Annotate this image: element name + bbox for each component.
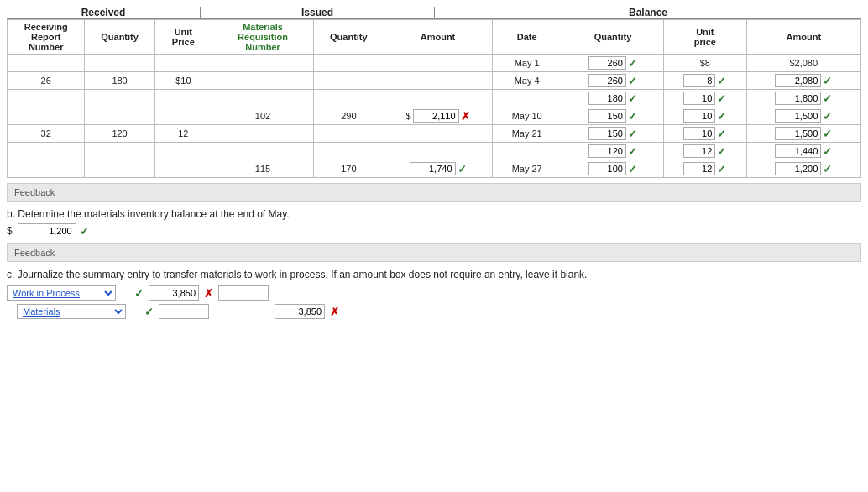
journal-row-2: Materials ✓ ✗: [7, 304, 861, 319]
bal-amount-check: ✓: [823, 145, 832, 158]
iss-amount-cell: [384, 55, 492, 72]
iss-amount-cell[interactable]: ✓: [384, 160, 492, 178]
bal-amount-check: ✓: [823, 128, 832, 140]
journal-debit-2[interactable]: [159, 304, 209, 319]
bal-price-check: ✓: [717, 145, 726, 158]
bal-qty-cell[interactable]: ✓: [562, 90, 663, 107]
iss-qty-cell: [314, 90, 384, 107]
bal-qty-cell[interactable]: ✓: [562, 125, 663, 143]
part-b-input[interactable]: [18, 223, 76, 238]
bal-amount-cell[interactable]: ✓: [746, 107, 860, 125]
bal-qty-cell[interactable]: ✓: [562, 160, 663, 178]
bal-price-input[interactable]: [683, 74, 715, 87]
bal-qty-check: ✓: [628, 57, 637, 70]
mat-req-cell: 102: [212, 107, 313, 125]
bal-price-input[interactable]: [683, 144, 715, 158]
bal-qty-check: ✓: [628, 145, 637, 158]
iss-amount-cell: [384, 143, 492, 160]
bal-amount-cell[interactable]: ✓: [746, 90, 860, 107]
recv-num-cell: 32: [8, 125, 85, 143]
journal-check-2: ✓: [144, 306, 154, 318]
bal-amount-input[interactable]: [775, 109, 821, 123]
iss-amount-input[interactable]: [413, 109, 459, 123]
bal-price-input[interactable]: [683, 92, 715, 105]
bal-amount-check: ✓: [823, 92, 832, 105]
part-b-label: b. Determine the materials inventory bal…: [7, 208, 861, 220]
recv-qty-cell: 120: [85, 125, 154, 143]
bal-qty-check: ✓: [628, 163, 637, 175]
bal-qty-input[interactable]: [588, 74, 626, 87]
ledger-table: ReceivingReportNumber Quantity UnitPrice…: [7, 19, 861, 178]
bal-amount-input[interactable]: [775, 162, 821, 175]
bal-qty-cell[interactable]: ✓: [562, 55, 663, 72]
recv-num-cell: 26: [8, 72, 85, 90]
bal-price-cell[interactable]: ✓: [664, 125, 747, 143]
bal-qty-input[interactable]: [588, 109, 626, 123]
recv-num-cell: [8, 143, 85, 160]
feedback-box-2: Feedback: [7, 243, 861, 262]
date-cell: May 27: [492, 160, 562, 178]
recv-price-cell: [154, 143, 212, 160]
part-b-section: b. Determine the materials inventory bal…: [7, 208, 861, 238]
account-select-2[interactable]: Materials: [17, 304, 126, 319]
journal-debit-1[interactable]: [149, 285, 199, 301]
bal-amount-cell[interactable]: ✓: [746, 72, 860, 90]
bal-amount-input[interactable]: [775, 74, 821, 87]
col-bal-amount: Amount: [746, 20, 860, 55]
bal-price-input[interactable]: [683, 162, 715, 175]
recv-num-cell: [8, 107, 85, 125]
recv-price-cell: [154, 90, 212, 107]
bal-price-input[interactable]: [683, 109, 715, 123]
bal-qty-input[interactable]: [588, 92, 626, 105]
journal-credit-1[interactable]: [218, 285, 269, 301]
date-cell: [492, 90, 562, 107]
mat-req-cell: [212, 55, 313, 72]
bal-price-check: ✓: [717, 128, 726, 140]
date-cell: May 10: [492, 107, 562, 125]
issued-header: Issued: [200, 7, 435, 19]
iss-amount-cell: [384, 72, 492, 90]
bal-price-cell[interactable]: ✓: [664, 143, 747, 160]
mat-req-cell: [212, 125, 313, 143]
bal-price-cell[interactable]: ✓: [664, 72, 747, 90]
col-issued-qty: Quantity: [314, 20, 384, 55]
bal-amount-check: ✓: [823, 163, 832, 175]
recv-qty-cell: [85, 160, 154, 178]
iss-amount-cell: [384, 125, 492, 143]
bal-price-input[interactable]: [683, 127, 715, 140]
bal-qty-input[interactable]: [588, 144, 626, 158]
bal-qty-input[interactable]: [588, 56, 626, 70]
recv-price-cell: 12: [154, 125, 212, 143]
journal-credit-2[interactable]: [275, 304, 325, 319]
recv-price-cell: [154, 55, 212, 72]
bal-qty-input[interactable]: [588, 162, 626, 175]
date-cell: May 4: [492, 72, 562, 90]
recv-price-cell: [154, 107, 212, 125]
bal-amount-input[interactable]: [775, 144, 821, 158]
bal-qty-cell[interactable]: ✓: [562, 72, 663, 90]
bal-amount-input[interactable]: [775, 92, 821, 105]
bal-amount-cell[interactable]: ✓: [746, 125, 860, 143]
bal-qty-cell[interactable]: ✓: [562, 107, 663, 125]
bal-qty-input[interactable]: [588, 127, 626, 140]
account-select-1[interactable]: Work in Process: [7, 285, 116, 301]
recv-num-cell: [8, 55, 85, 72]
table-row: ✓✓✓: [8, 90, 861, 107]
journal-cross-1: ✗: [204, 287, 213, 300]
table-row: 102290$✗May 10✓✓✓: [8, 107, 861, 125]
col-bal-qty: Quantity: [562, 20, 663, 55]
iss-amount-cell[interactable]: $✗: [384, 107, 492, 125]
bal-amount-input[interactable]: [775, 127, 821, 140]
bal-amount-cell[interactable]: ✓: [746, 143, 860, 160]
bal-amount-cell[interactable]: ✓: [746, 160, 860, 178]
iss-check: ✓: [458, 163, 467, 175]
recv-qty-cell: 180: [85, 72, 154, 90]
bal-qty-cell[interactable]: ✓: [562, 143, 663, 160]
iss-amount-input[interactable]: [410, 162, 456, 175]
bal-price-cell: $8: [664, 55, 747, 72]
mat-req-cell: [212, 90, 313, 107]
bal-price-cell[interactable]: ✓: [664, 107, 747, 125]
feedback-label-1: Feedback: [14, 187, 55, 197]
bal-price-cell[interactable]: ✓: [664, 90, 747, 107]
bal-price-cell[interactable]: ✓: [664, 160, 747, 178]
